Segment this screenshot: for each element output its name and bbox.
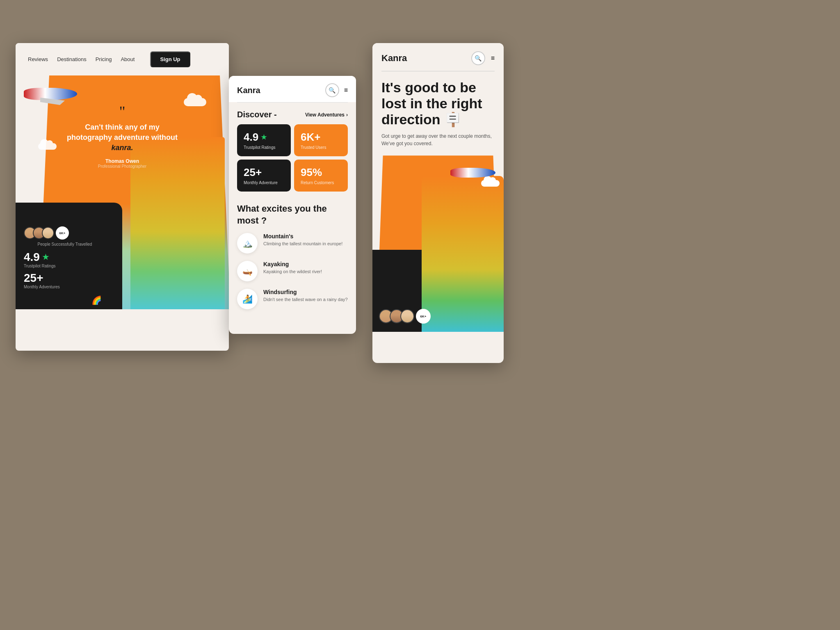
adventures-card-label: Monthly Adventure <box>244 180 284 185</box>
activity-kayaking: 🛶 Kayaking Kayaking on the wildest river… <box>237 261 348 281</box>
author-title: Professional Photographer <box>65 164 180 169</box>
hero-section: " Can't think any of my photography adve… <box>16 75 229 309</box>
screen3-divider <box>381 71 495 71</box>
star-icon: ★ <box>42 253 49 262</box>
screen3-menu-icon[interactable]: ≡ <box>491 55 495 62</box>
screen3-subtext: Got urge to get away over the next coupl… <box>381 132 495 147</box>
adventures-stat: 25+ Monthly Adventures <box>24 272 106 289</box>
stats-panel: 6K+ People Successfully Travelled 4.9 ★ … <box>16 219 114 309</box>
desktop-nav: Reviews Destinations Pricing About Sign … <box>16 43 229 75</box>
kayaking-icon: 🛶 <box>237 261 258 281</box>
screen3-airplane <box>450 168 495 178</box>
screen3-user-count: 6K+ <box>416 309 431 324</box>
airplane-body <box>24 88 77 100</box>
rating-label: Trustpilot Ratings <box>24 264 106 268</box>
excite-title: What excites you the most ? <box>237 203 348 226</box>
mountains-desc: Climbing the tallest mountain in europe! <box>263 241 342 247</box>
nav-action-icons: 🔍 ≡ <box>325 83 348 97</box>
nav-about[interactable]: About <box>121 56 135 62</box>
kayaking-desc: Kayaking on the wildest river! <box>263 269 322 275</box>
mountains-name: Mountain's <box>263 233 342 240</box>
discover-row: Discover - View Adventures › <box>229 103 356 124</box>
windsurfing-desc: Didn't see the tallest wave on a rainy d… <box>263 297 348 303</box>
adventures-label: Monthly Adventures <box>24 285 106 289</box>
stat-card-rating: 4.9 ★ Trustpilot Ratings <box>237 124 291 156</box>
airplane-decoration <box>24 88 77 100</box>
activity-windsurfing: 🏄 Windsurfing Didn't see the tallest wav… <box>237 289 348 309</box>
cloud-decoration-2 <box>38 143 57 150</box>
windsurfing-info: Windsurfing Didn't see the tallest wave … <box>263 289 348 303</box>
hero-quote-text: Can't think any of my photography advent… <box>65 122 180 153</box>
rating-star: ★ <box>261 133 267 141</box>
excite-section: What excites you the most ? 🏔️ Mountain'… <box>229 198 356 322</box>
menu-icon[interactable]: ≡ <box>344 87 348 94</box>
author-name: Thomas Owen <box>65 158 180 164</box>
screen3-logo: Kanra <box>381 53 407 64</box>
stat-card-users: 6K+ Trusted Users <box>294 124 348 156</box>
discover-title: Discover - <box>237 110 277 119</box>
cloud-shape <box>481 180 500 187</box>
screen3-search-icon[interactable]: 🔍 <box>471 51 485 65</box>
nav-destinations[interactable]: Destinations <box>57 56 87 62</box>
screen3-person <box>422 176 504 332</box>
mobile-logo: Kanra <box>237 86 260 95</box>
windsurfing-icon: 🏄 <box>237 289 258 309</box>
return-card-num: 95% <box>301 166 341 179</box>
search-icon[interactable]: 🔍 <box>325 83 339 97</box>
stat-card-return: 95% Return Customers <box>294 160 348 192</box>
users-card-label: Trusted Users <box>301 145 341 150</box>
stat-card-adventures: 25+ Monthly Adventure <box>237 160 291 192</box>
nav-links: Reviews Destinations Pricing About <box>28 56 135 62</box>
activity-mountains: 🏔️ Mountain's Climbing the tallest mount… <box>237 233 348 253</box>
screen3-hero-image: 6K+ <box>372 155 504 332</box>
stats-grid: 4.9 ★ Trustpilot Ratings 6K+ Trusted Use… <box>229 124 356 198</box>
screen3-mobile-right: Kanra 🔍 ≡ It's good to be lost in the ri… <box>372 43 504 363</box>
screen3-nav-icons: 🔍 ≡ <box>471 51 495 65</box>
screen3-person-visual <box>422 176 504 332</box>
windsurfing-name: Windsurfing <box>263 289 348 295</box>
screen3-headline-block: It's good to be lost in the right direct… <box>372 80 504 155</box>
brand-highlight: kanra. <box>111 144 133 152</box>
avatar-count: 6K+ <box>56 226 69 240</box>
screen3-airplane-body <box>450 168 495 178</box>
screen2-mobile-center: Kanra 🔍 ≡ Discover - View Adventures › 4… <box>229 76 356 334</box>
screen1-desktop: Reviews Destinations Pricing About Sign … <box>16 43 229 351</box>
avatar-3 <box>42 227 54 239</box>
rating-stat: 4.9 ★ Trustpilot Ratings <box>24 251 106 268</box>
rating-card-num: 4.9 ★ <box>244 131 284 144</box>
mountains-icon: 🏔️ <box>237 233 258 253</box>
screen3-avatars: 6K+ <box>379 309 431 324</box>
screen3-avatar-3 <box>400 309 414 323</box>
signup-button[interactable]: Sign Up <box>150 51 190 67</box>
kayaking-name: Kayaking <box>263 261 322 267</box>
avatars-row: 6K+ <box>24 226 106 240</box>
adventures-number: 25+ <box>24 272 106 285</box>
nav-reviews[interactable]: Reviews <box>28 56 48 62</box>
return-card-label: Return Customers <box>301 180 341 185</box>
nav-pricing[interactable]: Pricing <box>96 56 112 62</box>
adventures-card-num: 25+ <box>244 166 284 179</box>
view-adventures-link[interactable]: View Adventures › <box>305 112 348 118</box>
users-card-num: 6K+ <box>301 131 341 144</box>
mountains-info: Mountain's Climbing the tallest mountain… <box>263 233 342 247</box>
rainbow-icon: 🌈 <box>91 295 102 305</box>
screen3-headline: It's good to be lost in the right direct… <box>381 80 495 128</box>
rating-number: 4.9 ★ <box>24 251 106 264</box>
screen3-cloud <box>481 180 500 187</box>
screen3-nav: Kanra 🔍 ≡ <box>372 43 504 71</box>
cloud-decoration-1 <box>184 98 206 106</box>
quote-mark: " <box>65 104 180 119</box>
kayaking-info: Kayaking Kayaking on the wildest river! <box>263 261 322 275</box>
mobile-nav: Kanra 🔍 ≡ <box>229 76 356 102</box>
people-label: People Successfully Travelled <box>24 242 106 247</box>
hero-quote-block: " Can't think any of my photography adve… <box>65 104 180 169</box>
rating-card-label: Trustpilot Ratings <box>244 145 284 150</box>
